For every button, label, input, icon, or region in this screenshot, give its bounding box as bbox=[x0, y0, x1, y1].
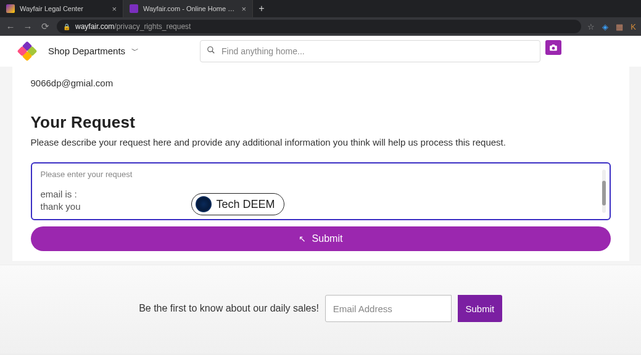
url-input[interactable]: 🔒 wayfair.com/privacy_rights_request bbox=[57, 20, 581, 33]
newsletter-placeholder: Email Address bbox=[333, 304, 392, 314]
page-footer-spacer bbox=[0, 354, 641, 364]
section-description: Please describe your request here and pr… bbox=[31, 137, 611, 147]
shop-departments-menu[interactable]: Shop Departments ﹀ bbox=[48, 46, 139, 56]
section-title: Your Request bbox=[31, 113, 611, 132]
newsletter-cta-text: Be the first to know about our daily sal… bbox=[139, 303, 319, 314]
search-input[interactable]: Find anything home... bbox=[200, 40, 540, 62]
request-form-card: 9066dp@gmial.com Your Request Please des… bbox=[12, 67, 629, 261]
tab-title: Wayfair Legal Center bbox=[20, 5, 107, 12]
profile-badge[interactable]: K bbox=[631, 22, 636, 31]
textarea-placeholder: Please enter your request bbox=[41, 170, 601, 179]
newsletter-submit-button[interactable]: Submit bbox=[458, 295, 502, 322]
textarea-value: email is : thank you bbox=[41, 188, 81, 213]
tab-title: Wayfair.com - Online Home Store bbox=[143, 5, 236, 12]
request-textarea[interactable]: Please enter your request email is : tha… bbox=[31, 162, 611, 220]
url-path: /privacy_rights_request bbox=[114, 22, 191, 31]
forward-icon[interactable]: → bbox=[22, 22, 33, 32]
submit-button[interactable]: ↖ Submit bbox=[31, 226, 611, 251]
camera-search-button[interactable] bbox=[545, 40, 561, 55]
svg-point-0 bbox=[208, 47, 213, 52]
extension-icon[interactable]: ▦ bbox=[616, 22, 623, 31]
watermark-overlay: Tech DEEM bbox=[191, 193, 284, 215]
watermark-label: Tech DEEM bbox=[217, 198, 275, 211]
close-icon[interactable]: × bbox=[112, 4, 117, 14]
extension-icon[interactable]: ◈ bbox=[602, 22, 608, 31]
avatar-icon bbox=[196, 196, 212, 212]
reload-icon[interactable]: ⟳ bbox=[39, 21, 51, 32]
chevron-down-icon: ﹀ bbox=[131, 46, 139, 56]
favicon-icon bbox=[130, 4, 138, 13]
favicon-icon bbox=[6, 4, 15, 13]
camera-icon bbox=[549, 44, 558, 51]
url-domain: wayfair.com bbox=[75, 22, 114, 31]
browser-tab-strip: Wayfair Legal Center × Wayfair.com - Onl… bbox=[0, 0, 641, 17]
submitted-email-value: 9066dp@gmial.com bbox=[31, 67, 611, 88]
shop-departments-label: Shop Departments bbox=[48, 46, 125, 56]
search-placeholder: Find anything home... bbox=[221, 46, 305, 56]
submit-label: Submit bbox=[312, 233, 343, 244]
browser-tab[interactable]: Wayfair Legal Center × bbox=[0, 0, 123, 17]
browser-tab[interactable]: Wayfair.com - Online Home Store × bbox=[123, 0, 253, 17]
star-icon[interactable]: ☆ bbox=[587, 22, 595, 31]
newsletter-footer: Be the first to know about our daily sal… bbox=[0, 265, 641, 354]
close-icon[interactable]: × bbox=[241, 4, 246, 14]
svg-line-1 bbox=[212, 51, 215, 54]
scrollbar-thumb[interactable] bbox=[602, 181, 606, 205]
svg-point-2 bbox=[552, 46, 555, 49]
lock-icon: 🔒 bbox=[63, 23, 70, 30]
newsletter-email-input[interactable]: Email Address bbox=[325, 295, 452, 322]
back-icon[interactable]: ← bbox=[5, 22, 16, 32]
site-header: Shop Departments ﹀ Find anything home... bbox=[0, 36, 641, 67]
new-tab-button[interactable]: + bbox=[253, 0, 270, 17]
cursor-icon: ↖ bbox=[299, 234, 306, 244]
browser-address-bar: ← → ⟳ 🔒 wayfair.com/privacy_rights_reque… bbox=[0, 17, 641, 36]
search-icon bbox=[207, 46, 215, 56]
wayfair-logo-icon[interactable] bbox=[19, 43, 36, 60]
